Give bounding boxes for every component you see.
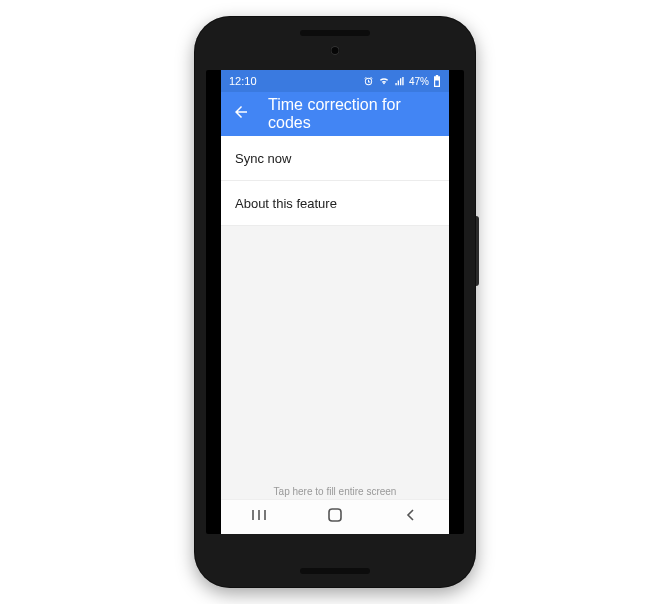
speaker-top <box>300 30 370 36</box>
status-time: 12:10 <box>229 75 257 87</box>
battery-text: 47% <box>409 76 429 87</box>
screen: 12:10 47% <box>206 70 464 534</box>
alarm-icon <box>363 76 374 87</box>
back-button[interactable] <box>231 104 250 124</box>
status-right: 47% <box>363 75 441 87</box>
signal-icon <box>394 76 405 87</box>
nav-home-button[interactable] <box>315 505 355 529</box>
hint-text: Tap here to fill entire screen <box>274 486 397 497</box>
arrow-left-icon <box>232 103 250 125</box>
content-area <box>221 226 449 482</box>
speaker-bottom <box>300 568 370 574</box>
nav-recents-button[interactable] <box>239 505 279 529</box>
home-icon <box>327 507 343 527</box>
phone-frame: 12:10 47% <box>194 16 476 588</box>
app-viewport: 12:10 47% <box>221 70 449 534</box>
list-item-label: Sync now <box>235 151 291 166</box>
front-camera <box>331 46 340 55</box>
wifi-icon <box>378 76 390 87</box>
list-item-sync-now[interactable]: Sync now <box>221 136 449 181</box>
battery-icon <box>433 75 441 87</box>
list-item-about[interactable]: About this feature <box>221 181 449 226</box>
app-bar: Time correction for codes <box>221 92 449 136</box>
svg-rect-3 <box>329 509 341 521</box>
page-title: Time correction for codes <box>268 96 439 132</box>
nav-back-button[interactable] <box>391 505 431 529</box>
fill-screen-hint[interactable]: Tap here to fill entire screen <box>221 482 449 499</box>
stage: 12:10 47% <box>0 0 670 604</box>
system-nav-bar <box>221 499 449 534</box>
list-item-label: About this feature <box>235 196 337 211</box>
status-bar: 12:10 47% <box>221 70 449 92</box>
chevron-left-icon <box>405 508 417 526</box>
recents-icon <box>250 508 268 526</box>
side-button <box>476 216 479 286</box>
settings-list: Sync now About this feature <box>221 136 449 226</box>
